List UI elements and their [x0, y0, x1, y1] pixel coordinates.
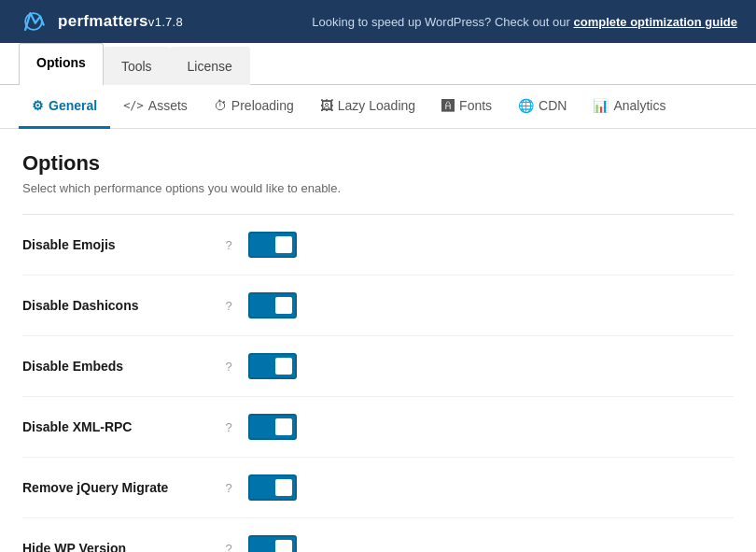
content-area: ⚙ General </> Assets ⏱ Preloading 🖼 Lazy…	[0, 85, 756, 552]
header-promo: Looking to speed up WordPress? Check out…	[312, 15, 737, 29]
toggle-disable-xmlrpc[interactable]	[248, 414, 297, 440]
table-row: Disable Emojis ?	[22, 215, 734, 276]
sub-nav: ⚙ General </> Assets ⏱ Preloading 🖼 Lazy…	[0, 85, 756, 129]
toggle-disable-emojis[interactable]	[248, 232, 297, 258]
subnav-cdn[interactable]: 🌐 CDN	[505, 85, 580, 129]
subnav-lazy-loading[interactable]: 🖼 Lazy Loading	[307, 85, 428, 129]
help-icon-disable-emojis[interactable]: ?	[220, 236, 237, 253]
setting-label-disable-emojis: Disable Emojis	[22, 237, 209, 252]
tab-license[interactable]: License	[170, 47, 250, 85]
fonts-icon: 🅰	[441, 98, 455, 113]
general-icon: ⚙	[32, 98, 44, 113]
subnav-analytics[interactable]: 📊 Analytics	[580, 85, 679, 129]
analytics-icon: 📊	[593, 98, 609, 113]
table-row: Hide WP Version ?	[22, 518, 734, 552]
assets-icon: </>	[123, 99, 144, 112]
page-title: Options	[22, 151, 734, 176]
header-bar: perfmattersv1.7.8 Looking to speed up Wo…	[0, 0, 756, 43]
promo-link[interactable]: complete optimization guide	[573, 15, 737, 29]
help-icon-disable-xmlrpc[interactable]: ?	[220, 418, 237, 435]
logo: perfmattersv1.7.8	[19, 7, 183, 36]
table-row: Remove jQuery Migrate ?	[22, 458, 734, 518]
subnav-general[interactable]: ⚙ General	[19, 85, 110, 129]
help-icon-disable-embeds[interactable]: ?	[220, 358, 237, 375]
help-icon-remove-jquery-migrate[interactable]: ?	[220, 479, 237, 496]
logo-icon	[19, 7, 49, 36]
tab-tools[interactable]: Tools	[104, 47, 170, 85]
setting-label-remove-jquery-migrate: Remove jQuery Migrate	[22, 480, 209, 495]
help-icon-disable-dashicons[interactable]: ?	[220, 297, 237, 314]
setting-label-disable-xmlrpc: Disable XML-RPC	[22, 419, 209, 434]
help-icon-hide-wp-version[interactable]: ?	[220, 540, 237, 552]
page-subtitle: Select which performance options you wou…	[22, 181, 734, 195]
toggle-remove-jquery-migrate[interactable]	[248, 474, 297, 501]
toggle-disable-embeds[interactable]	[248, 353, 297, 379]
table-row: Disable Dashicons ?	[22, 276, 734, 336]
cdn-icon: 🌐	[518, 98, 534, 113]
settings-list: Disable Emojis ? Disable Dashicons ? Dis…	[22, 214, 734, 552]
setting-label-disable-dashicons: Disable Dashicons	[22, 298, 209, 313]
table-row: Disable XML-RPC ?	[22, 397, 734, 458]
subnav-assets[interactable]: </> Assets	[110, 85, 201, 129]
tab-options[interactable]: Options	[19, 43, 104, 85]
preloading-icon: ⏱	[214, 98, 227, 113]
subnav-preloading[interactable]: ⏱ Preloading	[201, 85, 307, 129]
toggle-disable-dashicons[interactable]	[248, 292, 297, 318]
setting-label-hide-wp-version: Hide WP Version	[22, 541, 209, 552]
logo-text: perfmattersv1.7.8	[58, 12, 183, 31]
toggle-hide-wp-version[interactable]	[248, 535, 297, 552]
table-row: Disable Embeds ?	[22, 336, 734, 397]
setting-label-disable-embeds: Disable Embeds	[22, 359, 209, 374]
subnav-fonts[interactable]: 🅰 Fonts	[428, 85, 505, 129]
lazy-loading-icon: 🖼	[320, 98, 333, 113]
main-tabs: Options Tools License	[0, 43, 756, 85]
page-content: Options Select which performance options…	[0, 129, 756, 552]
